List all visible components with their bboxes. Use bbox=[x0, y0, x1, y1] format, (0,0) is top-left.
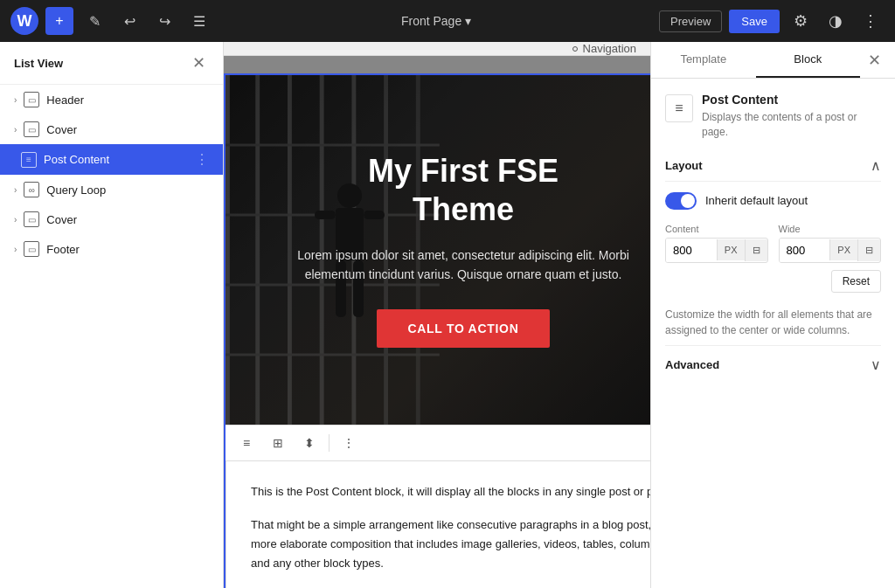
top-toolbar: W + ✎ ↩ ↪ ☰ Front Page ▾ Preview Save ⚙ … bbox=[0, 0, 895, 42]
layout-section-toggle[interactable]: ∧ bbox=[871, 157, 881, 174]
sidebar-item-cover-label: Cover bbox=[46, 123, 209, 136]
settings-icon-button[interactable]: ⚙ bbox=[787, 7, 815, 35]
content-label: Content bbox=[665, 224, 768, 234]
canvas-topbar: Navigation bbox=[224, 42, 650, 56]
main-layout: List View ✕ › ▭ Header › ▭ Cover ≡ Post … bbox=[0, 42, 895, 588]
sidebar-close-button[interactable]: ✕ bbox=[188, 52, 209, 73]
block-info-icon: ≡ bbox=[665, 94, 693, 122]
content-width-input[interactable] bbox=[666, 239, 717, 262]
cover-block-icon: ▭ bbox=[24, 121, 39, 137]
canvas-inner: My First FSETheme Lorem ipsum dolor sit … bbox=[224, 73, 650, 588]
content-unit-type-button[interactable]: ⊟ bbox=[745, 239, 767, 261]
tools-button[interactable]: ✎ bbox=[80, 7, 108, 35]
wide-input-with-unit: PX ⊟ bbox=[779, 238, 882, 263]
footer-block-icon: ▭ bbox=[24, 241, 39, 257]
canvas-wrapper: My First FSETheme Lorem ipsum dolor sit … bbox=[224, 73, 650, 588]
toggle-knob bbox=[681, 194, 695, 208]
page-title-chevron: ▾ bbox=[465, 14, 471, 28]
content-unit-button[interactable]: PX bbox=[717, 239, 745, 260]
wordpress-logo[interactable]: W bbox=[10, 7, 38, 35]
header-block-icon: ▭ bbox=[24, 92, 39, 107]
dimension-input-row: Content PX ⊟ Wide PX ⊟ bbox=[665, 224, 881, 263]
block-info-name: Post Content bbox=[702, 93, 881, 107]
block-info-text: Post Content Displays the contents of a … bbox=[702, 93, 881, 140]
sidebar-item-query-loop-label: Query Loop bbox=[46, 183, 209, 197]
sidebar-header: List View ✕ bbox=[0, 42, 223, 85]
customize-description: Customize the width for all elements tha… bbox=[665, 307, 881, 338]
sidebar-item-post-content-label: Post Content bbox=[44, 153, 188, 166]
content-input-with-unit: PX ⊟ bbox=[665, 238, 768, 263]
cover-title: My First FSETheme bbox=[297, 152, 629, 227]
query-loop-block-icon: ∞ bbox=[24, 182, 39, 197]
tab-block[interactable]: Block bbox=[756, 42, 861, 78]
sidebar-item-header-label: Header bbox=[46, 93, 209, 107]
sidebar-item-cover[interactable]: › ▭ Cover bbox=[0, 114, 223, 144]
reset-button[interactable]: Reset bbox=[831, 270, 881, 293]
wide-unit-type-button[interactable]: ⊟ bbox=[857, 239, 880, 261]
layout-section-header: Layout ∧ bbox=[665, 157, 881, 182]
layout-section-title: Layout bbox=[665, 159, 703, 172]
more-block-toolbar-button[interactable]: ⋮ bbox=[336, 431, 361, 455]
block-toolbar: ≡ ⊞ ⬍ ⋮ bbox=[225, 425, 650, 460]
undo-button[interactable]: ↩ bbox=[115, 7, 143, 35]
canvas-area: Navigation bbox=[224, 42, 650, 588]
left-sidebar: List View ✕ › ▭ Header › ▭ Cover ≡ Post … bbox=[0, 42, 224, 588]
more-options-button[interactable]: ⋮ bbox=[857, 7, 885, 35]
sidebar-item-post-content[interactable]: ≡ Post Content ⋮ bbox=[0, 144, 223, 175]
expand-arrow-cover2: › bbox=[14, 215, 17, 225]
content-input-group: Content PX ⊟ bbox=[665, 224, 768, 263]
align-left-toolbar-button[interactable]: ≡ bbox=[234, 431, 259, 455]
wide-width-input[interactable] bbox=[780, 239, 830, 262]
redo-button[interactable]: ↪ bbox=[150, 7, 178, 35]
sidebar-item-cover2-label: Cover bbox=[46, 213, 209, 226]
canvas-navigation-indicator: Navigation bbox=[572, 42, 636, 55]
expand-arrow-header: › bbox=[14, 95, 17, 105]
preview-button[interactable]: Preview bbox=[659, 10, 722, 32]
post-content-more-icon[interactable]: ⋮ bbox=[195, 151, 209, 168]
wide-label: Wide bbox=[779, 224, 882, 234]
right-panel-close-button[interactable]: ✕ bbox=[860, 46, 888, 74]
navigation-label: Navigation bbox=[583, 42, 636, 55]
right-panel-tabs-row: Template Block ✕ bbox=[651, 42, 895, 79]
post-content-paragraph-1: This is the Post Content block, it will … bbox=[251, 482, 650, 502]
expand-arrow-footer: › bbox=[14, 245, 17, 254]
post-content-block: This is the Post Content block, it will … bbox=[225, 460, 650, 588]
expand-arrow-cover: › bbox=[14, 125, 17, 135]
save-button[interactable]: Save bbox=[729, 10, 780, 33]
add-block-button[interactable]: + bbox=[45, 7, 73, 35]
right-panel-body: ≡ Post Content Displays the contents of … bbox=[651, 79, 895, 588]
post-content-paragraph-2: That might be a simple arrangement like … bbox=[251, 515, 650, 573]
post-content-block-icon: ≡ bbox=[21, 152, 37, 168]
wide-unit-button[interactable]: PX bbox=[829, 239, 857, 260]
nav-dot-icon bbox=[572, 46, 578, 52]
call-to-action-button[interactable]: CALL TO ACTION bbox=[377, 309, 551, 348]
advanced-section[interactable]: Advanced ∨ bbox=[665, 345, 881, 384]
cover-content: My First FSETheme Lorem ipsum dolor sit … bbox=[297, 152, 629, 347]
toolbar-separator bbox=[329, 434, 330, 452]
tab-template[interactable]: Template bbox=[651, 42, 756, 78]
sidebar-item-footer[interactable]: › ▭ Footer bbox=[0, 234, 223, 264]
cover-block: My First FSETheme Lorem ipsum dolor sit … bbox=[225, 75, 650, 425]
advanced-title: Advanced bbox=[665, 358, 719, 371]
advanced-section-toggle[interactable]: ∨ bbox=[871, 356, 881, 373]
wide-input-group: Wide PX ⊟ bbox=[779, 224, 882, 263]
cover2-block-icon: ▭ bbox=[24, 211, 39, 227]
list-view-button[interactable]: ☰ bbox=[185, 7, 213, 35]
sidebar-item-footer-label: Footer bbox=[46, 243, 209, 256]
page-title: Front Page bbox=[401, 14, 461, 28]
right-panel: Template Block ✕ ≡ Post Content Displays… bbox=[650, 42, 895, 588]
move-toolbar-button[interactable]: ⬍ bbox=[297, 431, 322, 455]
toolbar-right-actions: Preview Save ⚙ ◑ ⋮ bbox=[659, 7, 885, 35]
sidebar-item-header[interactable]: › ▭ Header bbox=[0, 85, 223, 114]
sidebar-item-query-loop[interactable]: › ∞ Query Loop bbox=[0, 175, 223, 204]
page-title-area: Front Page ▾ bbox=[220, 14, 652, 28]
inherit-layout-label: Inherit default layout bbox=[705, 194, 808, 207]
grid-toolbar-button[interactable]: ⊞ bbox=[266, 431, 290, 455]
sidebar-item-cover2[interactable]: › ▭ Cover bbox=[0, 204, 223, 234]
inherit-layout-toggle-row: Inherit default layout bbox=[665, 192, 881, 210]
block-info-section: ≡ Post Content Displays the contents of … bbox=[665, 93, 881, 140]
cover-subtitle: Lorem ipsum dolor sit amet, consectetur … bbox=[297, 246, 629, 285]
theme-icon-button[interactable]: ◑ bbox=[822, 7, 850, 35]
inherit-layout-toggle[interactable] bbox=[665, 192, 697, 210]
expand-arrow-query-loop: › bbox=[14, 185, 17, 195]
